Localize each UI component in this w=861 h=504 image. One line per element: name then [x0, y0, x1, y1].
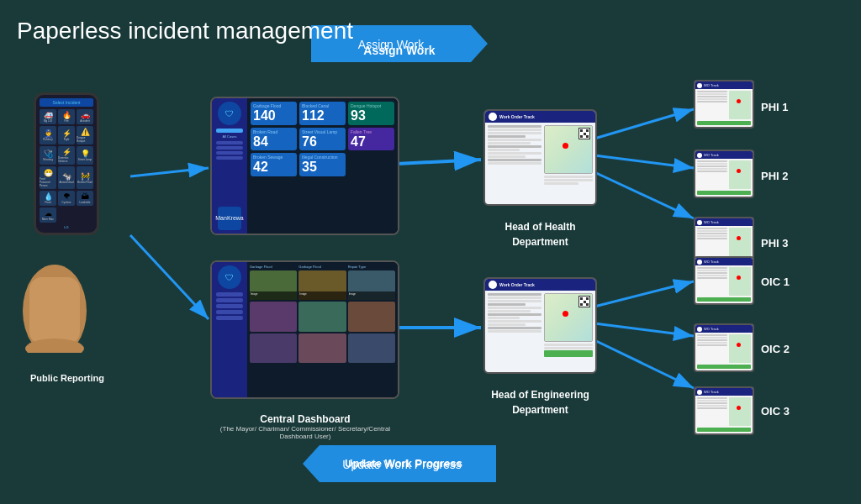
oic3-tablet: WO Track [694, 386, 754, 435]
update-work-label: Update Work Progress [345, 457, 462, 470]
stat-card-5: Street Visual Lamp 76 [299, 128, 346, 151]
stat-card-2: Blocked Canal 112 [299, 102, 346, 125]
phone-grid-item: 🚧Broken Road [77, 166, 93, 188]
photo-card-4 [250, 302, 297, 331]
svg-text:Update Work Progress: Update Work Progress [342, 458, 461, 471]
stat-card-6: Fallen Tree 47 [348, 128, 394, 151]
svg-line-13 [594, 281, 694, 307]
photo-card-2: Image [298, 270, 346, 300]
phi3-label: PHI 3 [761, 235, 789, 250]
stat-card-4: Broken Road 84 [251, 128, 297, 151]
stat-card-3: Dengue Hotspot 93 [348, 102, 394, 125]
assign-work-label: Assign Work [363, 44, 435, 57]
phone-grid-item: ⚠️Dengue Hotspot [77, 126, 93, 144]
phone-grid-item: 🩺Shooting [40, 146, 56, 165]
svg-line-7 [130, 235, 209, 319]
head-engineering-label: Head of Engineering Department [483, 386, 597, 417]
phi2-tablet: WO Track [694, 150, 754, 198]
photo-card-5 [298, 302, 346, 331]
photo-card-8 [298, 333, 346, 363]
phi2-label: PHI 2 [761, 168, 789, 183]
phone-group: Select Incident 🚑Big 116 🔥Fire 🚗Accident… [17, 92, 118, 353]
svg-line-6 [130, 168, 209, 176]
photo-card-9 [348, 333, 395, 363]
head-health-label: Head of Health Department [483, 218, 597, 249]
svg-line-14 [594, 323, 694, 336]
svg-text:Assign Work: Assign Work [358, 38, 425, 51]
phi1-label: PHI 1 [761, 99, 789, 114]
oic1-tablet: WO Track [694, 256, 754, 305]
photo-card-1: Image [250, 270, 297, 300]
photo-card-6 [348, 302, 395, 331]
svg-line-8 [397, 160, 481, 164]
public-reporting-label: Public Reporting [17, 370, 118, 385]
svg-line-15 [594, 340, 694, 388]
oic3-label: OIC 3 [761, 403, 790, 418]
head-engineering-tablet: Work Order Track [483, 277, 597, 374]
phone-grid-item: 🏔Landslide [77, 191, 93, 206]
stat-value-1: 140 [253, 108, 294, 123]
svg-line-11 [594, 155, 694, 168]
stat-card-1: Garbage Flood 140 [251, 102, 297, 125]
svg-line-12 [594, 172, 694, 218]
stat-card-7: Broken Sewage 42 [251, 153, 297, 176]
phone-grid-item: ⚡Domestic Violence [58, 146, 75, 165]
phone-grid-item: 👮Robbery [40, 126, 56, 144]
phone-grid-item: 😷Food Poisoned Person [40, 166, 56, 188]
phone-grid-item: 🚑Big 116 [40, 109, 56, 124]
photo-card-7 [250, 333, 297, 363]
phone-grid-item: ⚡Fight [58, 126, 75, 144]
phi1-tablet: WO Track [694, 80, 754, 129]
page-title: Paperless incident management [17, 17, 353, 45]
phone-grid-item: 🔥Fire [58, 109, 75, 124]
central-dashboard-label: Central Dashboard (The Mayor/ Chariman/ … [209, 413, 402, 440]
dashboard-logo: ManKrewa [215, 215, 243, 222]
svg-marker-4 [303, 445, 496, 482]
oic2-label: OIC 2 [761, 341, 790, 356]
oic2-tablet: WO Track [694, 323, 754, 372]
oic1-label: OIC 1 [761, 274, 790, 289]
photo-card-3: Image [348, 270, 395, 300]
dashboard-top-tablet: 🛡 All Cases ManKrewa Garbage Flood 140 B… [210, 97, 399, 235]
dashboard-bottom-tablet: 🛡 Garbage Flood Garbage Flood Repair Typ… [210, 260, 399, 399]
phone-grid-item: 💡Street Lamp [77, 146, 93, 165]
svg-line-10 [594, 109, 694, 139]
phone-grid-item: 💧Flood [40, 191, 56, 206]
phone-grid-item: 🌪Cyclone [58, 191, 75, 206]
phone-grid-item: 🚗Accident [77, 109, 93, 124]
phone-grid-item: ☁More Rain [40, 207, 56, 223]
svg-rect-17 [29, 277, 80, 344]
phone-grid-item: 🐄Animal Dead [58, 166, 75, 188]
head-health-tablet: Work Order Track [483, 109, 597, 206]
phone-screen-title: Select Incident [40, 98, 93, 107]
stat-card-8: Illegal Construction 35 [299, 153, 346, 176]
